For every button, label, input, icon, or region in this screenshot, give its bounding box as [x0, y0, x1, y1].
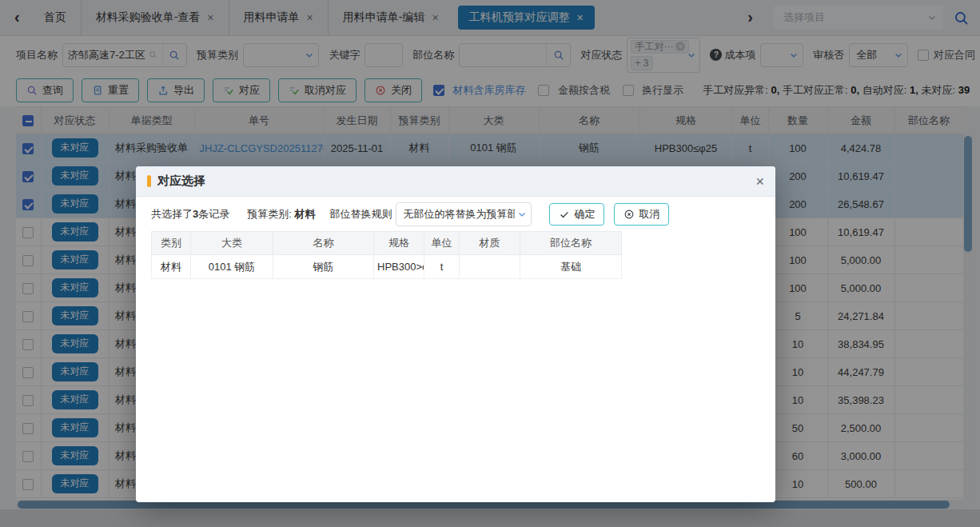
cancel-circle-icon	[623, 209, 635, 220]
column-header: 规格	[374, 232, 424, 255]
confirm-button-label: 确定	[574, 207, 595, 222]
match-select-dialog: 对应选择 × 共选择了3条记录 预算类别: 材料 部位替换规则 无部位的将替换为…	[136, 166, 775, 502]
chevron-down-icon	[517, 210, 527, 219]
cell-unit: t	[424, 255, 460, 279]
budget-value: 材料	[294, 208, 315, 220]
dialog-header: 对应选择 ×	[136, 166, 775, 197]
cell-spec: HPB300>φ	[374, 255, 424, 279]
accent-bar-icon	[147, 175, 151, 187]
replace-rule-select[interactable]: 无部位的将替换为预算部	[396, 202, 532, 226]
column-header: 大类	[191, 232, 273, 255]
cancel-button-label: 取消	[639, 207, 659, 222]
confirm-button[interactable]: 确定	[549, 203, 604, 226]
column-header: 部位名称	[520, 232, 622, 255]
column-header: 类别	[152, 232, 191, 255]
dialog-table-row: 材料0101 钢筋钢筋HPB300>φt基础	[152, 255, 622, 279]
column-header: 单位	[424, 232, 460, 255]
column-header: 名称	[273, 232, 374, 255]
cell-major-class: 0101 钢筋	[191, 255, 273, 279]
dialog-title: 对应选择	[157, 174, 205, 189]
column-header: 材质	[460, 232, 520, 255]
cell-category: 材料	[152, 255, 191, 279]
dialog-table: 类别大类名称规格单位材质部位名称 材料0101 钢筋钢筋HPB300>φt基础	[151, 231, 622, 279]
budget-type-text: 预算类别: 材料	[247, 207, 315, 222]
cell-name: 钢筋	[273, 255, 374, 279]
selected-prefix: 共选择了	[151, 208, 193, 220]
cell-part-name: 基础	[520, 255, 622, 279]
dialog-controls: 共选择了3条记录 预算类别: 材料 部位替换规则 无部位的将替换为预算部 确定 …	[136, 197, 775, 231]
dialog-table-header-row: 类别大类名称规格单位材质部位名称	[152, 232, 622, 255]
replace-rule-value: 无部位的将替换为预算部	[403, 207, 515, 222]
cancel-button[interactable]: 取消	[614, 203, 669, 226]
selected-count-text: 共选择了3条记录	[151, 207, 229, 222]
selected-suffix: 条记录	[198, 208, 229, 220]
close-icon[interactable]: ×	[755, 174, 764, 189]
check-icon	[559, 209, 570, 220]
budget-label: 预算类别:	[247, 208, 292, 220]
cell-material	[460, 255, 520, 279]
replace-rule-label: 部位替换规则	[329, 207, 392, 222]
